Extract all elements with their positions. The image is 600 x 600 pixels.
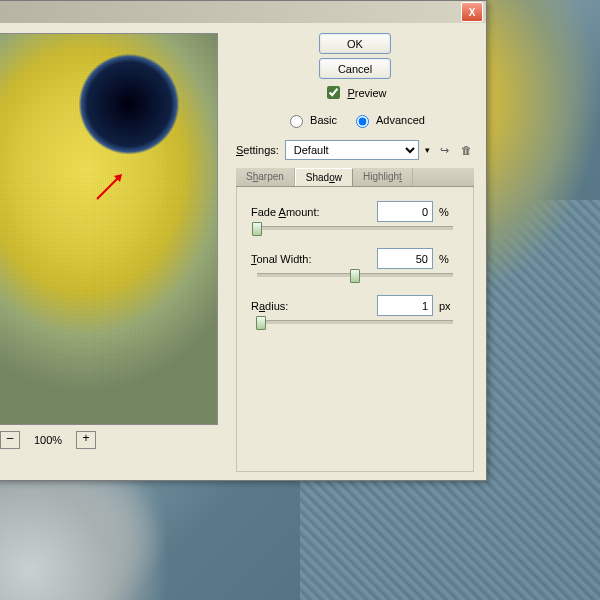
settings-row: Settings: Default ▾ ↪ 🗑 [236,140,474,160]
advanced-radio[interactable] [356,115,369,128]
tab-strip: Sharpen Shadow Highlight [236,168,474,187]
settings-label: Settings: [236,144,279,156]
tab-shadow[interactable]: Shadow [295,168,353,186]
controls-column: OK Cancel Preview Basic Advanced Sett [224,33,474,472]
close-button[interactable]: X [461,2,483,22]
mode-radios: Basic Advanced [236,112,474,128]
fade-slider-thumb[interactable] [252,222,262,236]
radio-advanced[interactable]: Advanced [351,112,425,128]
radius-slider-thumb[interactable] [256,316,266,330]
svg-line-0 [97,176,120,199]
fade-label: Fade Amount: [251,206,341,218]
settings-arrow-icon: ▾ [425,145,430,155]
tab-sharpen[interactable]: Sharpen [236,168,295,186]
preview-label: Preview [347,87,386,99]
preview-toggle[interactable]: Preview [323,83,386,102]
tonal-label: Tonal Width: [251,253,341,265]
zoom-out-button[interactable]: – [0,431,20,449]
radius-slider[interactable] [257,320,453,324]
settings-dropdown[interactable]: Default [285,140,419,160]
dialog-titlebar[interactable]: X [0,1,486,23]
preview-checkbox[interactable] [327,86,340,99]
fade-slider[interactable] [257,226,453,230]
preview-column: – 100% + [0,33,224,472]
tonal-slider-thumb[interactable] [350,269,360,283]
delete-preset-icon[interactable]: 🗑 [458,142,474,158]
tab-highlight[interactable]: Highlight [353,168,413,186]
annotation-arrow-icon [92,164,132,204]
cancel-button[interactable]: Cancel [319,58,391,79]
radius-unit: px [439,300,459,312]
radius-label: Radius: [251,300,341,312]
tonal-width-row: Tonal Width: % [251,248,459,269]
tonal-unit: % [439,253,459,265]
radius-input[interactable] [377,295,433,316]
preview-noise-overlay [0,34,217,424]
fade-unit: % [439,206,459,218]
smart-sharpen-dialog: X – 100% + OK Cancel [0,0,487,481]
zoom-level: 100% [30,434,66,446]
fade-amount-row: Fade Amount: % [251,201,459,222]
preview-image[interactable] [0,33,218,425]
fade-input[interactable] [377,201,433,222]
ok-button[interactable]: OK [319,33,391,54]
close-icon: X [469,7,476,18]
tab-content: Fade Amount: % Tonal Width: % Radius: [236,187,474,472]
save-preset-icon[interactable]: ↪ [436,142,452,158]
dialog-buttons: OK Cancel Preview [236,33,474,102]
radio-basic[interactable]: Basic [285,112,337,128]
tonal-input[interactable] [377,248,433,269]
zoom-in-button[interactable]: + [76,431,96,449]
radius-row: Radius: px [251,295,459,316]
tonal-slider[interactable] [257,273,453,277]
zoom-controls: – 100% + [0,425,224,455]
basic-radio[interactable] [290,115,303,128]
